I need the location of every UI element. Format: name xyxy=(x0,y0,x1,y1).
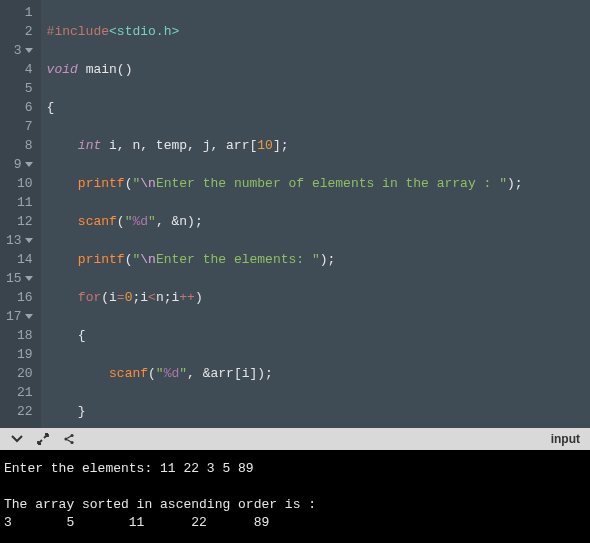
line-number: 19 xyxy=(6,345,33,364)
code-line: scanf("%d", &n); xyxy=(47,212,590,231)
line-number: 10 xyxy=(6,174,33,193)
line-number: 18 xyxy=(6,326,33,345)
line-number: 17 xyxy=(6,307,33,326)
line-number: 13 xyxy=(6,231,33,250)
line-number-gutter: 1 2 3 4 5 6 7 8 9 10 11 12 13 14 15 16 1… xyxy=(0,0,41,428)
expand-icon[interactable] xyxy=(36,432,50,446)
code-line: printf("\nEnter the number of elements i… xyxy=(47,174,590,193)
console-line: The array sorted in ascending order is : xyxy=(4,497,316,512)
line-number: 16 xyxy=(6,288,33,307)
line-number: 6 xyxy=(6,98,33,117)
console-line: Enter the elements: 11 22 3 5 89 xyxy=(4,461,254,476)
line-number: 4 xyxy=(6,60,33,79)
code-line: void main() xyxy=(47,60,590,79)
code-line: #include<stdio.h> xyxy=(47,22,590,41)
chevron-down-icon[interactable] xyxy=(10,432,24,446)
line-number: 11 xyxy=(6,193,33,212)
code-line: } xyxy=(47,402,590,421)
line-number: 9 xyxy=(6,155,33,174)
code-line: for(i=0;i<n;i++) xyxy=(47,288,590,307)
line-number: 22 xyxy=(6,402,33,421)
line-number: 1 xyxy=(6,3,33,22)
line-number: 21 xyxy=(6,383,33,402)
line-number: 5 xyxy=(6,79,33,98)
code-line: { xyxy=(47,326,590,345)
input-tab-label[interactable]: input xyxy=(551,432,580,446)
console-output[interactable]: Enter the elements: 11 22 3 5 89 The arr… xyxy=(0,450,590,543)
line-number: 15 xyxy=(6,269,33,288)
code-area[interactable]: #include<stdio.h> void main() { int i, n… xyxy=(41,0,590,428)
line-number: 14 xyxy=(6,250,33,269)
console-line: 3 5 11 22 89 xyxy=(4,515,269,530)
line-number: 8 xyxy=(6,136,33,155)
code-line: printf("\nEnter the elements: "); xyxy=(47,250,590,269)
code-line: { xyxy=(47,98,590,117)
line-number: 7 xyxy=(6,117,33,136)
code-line: int i, n, temp, j, arr[10]; xyxy=(47,136,590,155)
code-editor[interactable]: 1 2 3 4 5 6 7 8 9 10 11 12 13 14 15 16 1… xyxy=(0,0,590,428)
line-number: 12 xyxy=(6,212,33,231)
console-toolbar: input xyxy=(0,428,590,450)
line-number: 3 xyxy=(6,41,33,60)
share-icon[interactable] xyxy=(62,432,76,446)
line-number: 2 xyxy=(6,22,33,41)
line-number: 20 xyxy=(6,364,33,383)
code-line: scanf("%d", &arr[i]); xyxy=(47,364,590,383)
